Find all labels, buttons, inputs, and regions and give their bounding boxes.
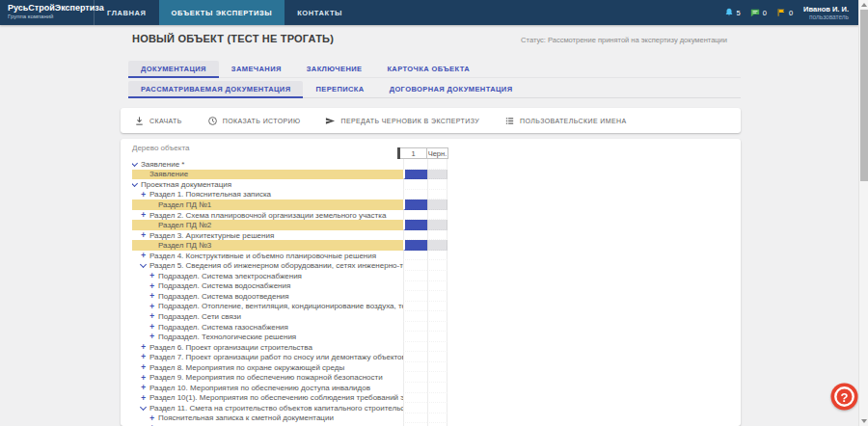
bell-icon (724, 8, 734, 17)
expand-plus-icon[interactable]: + (149, 303, 154, 311)
expand-plus-icon[interactable]: + (141, 394, 146, 403)
tree-row[interactable]: +Раздел 7. Проект организации работ по с… (132, 352, 448, 362)
chat-badge[interactable]: 0 (750, 8, 767, 17)
tree-row-label: Раздел ПД №1 (158, 200, 211, 209)
primary-tabs: ДОКУМЕНТАЦИЯЗАМЕЧАНИЯЗАКЛЮЧЕНИЕКАРТОЧКА … (128, 61, 741, 78)
tree-row-label: Раздел 7. Проект организации работ по сн… (149, 353, 403, 361)
tree-row[interactable]: Заявление * (132, 159, 448, 170)
chevron-down-icon[interactable] (140, 261, 147, 268)
tree-row[interactable]: Раздел 11. Смета на строительство объект… (132, 403, 448, 413)
tab[interactable]: ДОГОВОРНАЯ ДОКУМЕНТАЦИЯ (377, 81, 526, 98)
expand-plus-icon[interactable]: + (141, 353, 146, 361)
tree-cell-draft (427, 190, 448, 200)
main-nav: ГЛАВНАЯОБЪЕКТЫ ЭКСПЕРТИЗЫКОНТАКТЫ (95, 0, 355, 25)
flag-badge[interactable]: 0 (776, 8, 793, 17)
tree-cell-draft (427, 291, 448, 302)
toolbar-button-label: ПОКАЗАТЬ ИСТОРИЮ (223, 118, 301, 124)
tab[interactable]: КАРТОЧКА ОБЪЕКТА (374, 61, 482, 78)
scrollbar-down-icon[interactable] (861, 419, 867, 423)
nav-tab[interactable]: КОНТАКТЫ (285, 0, 355, 25)
tab[interactable]: ЗАМЕЧАНИЯ (219, 61, 294, 78)
expand-plus-icon[interactable]: + (149, 282, 154, 291)
tab[interactable]: ЗАКЛЮЧЕНИЕ (294, 61, 375, 78)
tab[interactable]: ДОКУМЕНТАЦИЯ (128, 61, 219, 78)
scrollbar-up-icon[interactable] (861, 3, 867, 7)
tree-row[interactable]: +Раздел 6. Проект организации строительс… (132, 342, 448, 353)
expand-plus-icon[interactable]: + (141, 374, 146, 383)
nav-tab[interactable]: ГЛАВНАЯ (95, 0, 159, 25)
expand-plus-icon[interactable]: + (149, 323, 154, 332)
tree-cell-version (403, 383, 427, 393)
help-button[interactable]: ? (829, 382, 859, 412)
tree-cell-draft (427, 260, 448, 271)
tree-row[interactable]: Заявление (132, 170, 448, 180)
brand-subtitle: Группа компаний (8, 13, 90, 19)
tree-row-label: Раздел 1. Пояснительная записка (149, 190, 271, 199)
tree-row[interactable]: Проектная документация (132, 179, 448, 190)
expand-plus-icon[interactable]: + (149, 272, 154, 280)
скачать-button[interactable]: СКАЧАТЬ (134, 116, 182, 126)
tree-row-label: Раздел 3. Архитектурные решения (149, 231, 274, 240)
expand-plus-icon[interactable]: + (149, 312, 154, 321)
nav-tab[interactable]: ОБЪЕКТЫ ЭКСПЕРТИЗЫ (159, 0, 285, 25)
tree-row[interactable]: +Подраздел. Система водоснабжения (132, 281, 448, 292)
tree-row[interactable]: +Раздел 3. Архитектурные решения (132, 230, 448, 241)
app-logo[interactable]: РусьСтройЭкспертиза Группа компаний (0, 0, 95, 25)
tree-row[interactable]: +Пояснительная записка к сметной докумен… (132, 413, 448, 424)
bell-badge[interactable]: 5 (724, 8, 741, 17)
tree-row[interactable]: +Подраздел. Система газоснабжения (132, 322, 448, 333)
expand-plus-icon[interactable]: + (141, 252, 146, 260)
tree-cell-draft (427, 403, 448, 413)
user-menu[interactable]: Иванов И. И. пользователь (803, 5, 851, 20)
tree-row[interactable]: Раздел 5. Сведения об инженерном оборудо… (132, 260, 448, 271)
expand-plus-icon[interactable]: + (149, 414, 154, 423)
tree-row[interactable]: +Раздел 2. Схема планировочной организац… (132, 210, 448, 221)
tree-cell-draft (427, 281, 448, 292)
page-scrollbar[interactable] (858, 0, 868, 426)
tree-cell-draft (427, 372, 448, 383)
chevron-down-icon[interactable] (132, 180, 138, 187)
expand-plus-icon[interactable]: + (141, 363, 146, 372)
tree-row[interactable]: +Раздел 9. Мероприятия по обеспечению по… (132, 372, 448, 383)
chevron-down-icon[interactable] (140, 404, 147, 411)
toolbar-button-label: ПЕРЕДАТЬ ЧЕРНОВИК В ЭКСПЕРТИЗУ (340, 118, 479, 124)
tree-row[interactable]: Раздел ПД №1 (132, 200, 448, 210)
expand-plus-icon[interactable]: + (149, 292, 154, 301)
tree-cell-version (403, 251, 427, 261)
tree-row[interactable]: +Подраздел. Система водоотведения (132, 291, 448, 302)
tree-row[interactable]: +Раздел 1. Пояснительная записка (132, 190, 448, 200)
expand-plus-icon[interactable]: + (141, 343, 146, 352)
expand-plus-icon[interactable]: + (141, 384, 146, 392)
tree-row-label: Пояснительная записка к сметной документ… (158, 413, 334, 422)
пользовательские-имена-button[interactable]: ПОЛЬЗОВАТЕЛЬСКИЕ ИМЕНА (504, 116, 626, 126)
tree-row[interactable]: Раздел ПД №2 (132, 220, 448, 230)
tree-row[interactable]: +Подраздел. Система электроснабжения (132, 271, 448, 281)
tree-row[interactable]: Раздел ПД №3 (132, 240, 448, 251)
tree-row[interactable]: +Раздел 10. Мероприятия по обеспечению д… (132, 383, 448, 393)
chevron-down-icon[interactable] (132, 160, 138, 167)
показать-историю-button[interactable]: ПОКАЗАТЬ ИСТОРИЮ (207, 116, 301, 126)
tree-cell-version (403, 281, 427, 292)
expand-plus-icon[interactable]: + (149, 333, 154, 341)
tree-cell-version (403, 332, 427, 342)
tree-row[interactable]: +Подраздел. Отопление, вентиляция, конди… (132, 302, 448, 312)
tree-row[interactable]: +Подраздел. Сети связи (132, 311, 448, 322)
tree-row[interactable]: +Раздел 8. Мероприятия по охране окружаю… (132, 362, 448, 373)
expand-plus-icon[interactable]: + (141, 191, 146, 200)
secondary-tabs: РАССМАТРИВАЕМАЯ ДОКУМЕНТАЦИЯПЕРЕПИСКАДОГ… (128, 81, 741, 98)
tree-row[interactable]: +Раздел 10(1). Мероприятия по обеспечени… (132, 393, 448, 404)
tree-row-label: Подраздел. Система газоснабжения (158, 323, 288, 332)
tree-row[interactable]: +Раздел 4. Конструктивные и объемно план… (132, 251, 448, 261)
tab[interactable]: РАССМАТРИВАЕМАЯ ДОКУМЕНТАЦИЯ (128, 81, 303, 98)
tree-cell-version (403, 240, 427, 251)
scrollbar-thumb[interactable] (860, 10, 868, 181)
tree-cell-version (403, 322, 427, 333)
expand-plus-icon[interactable]: + (141, 231, 146, 240)
tree-row-label: Раздел ПД №3 (158, 241, 211, 250)
передать-черновик-в-экспертизу-button[interactable]: ПЕРЕДАТЬ ЧЕРНОВИК В ЭКСПЕРТИЗУ (325, 116, 479, 126)
tree-cell-draft (427, 383, 448, 393)
tab[interactable]: ПЕРЕПИСКА (303, 81, 376, 98)
expand-plus-icon[interactable]: + (141, 211, 146, 220)
tree-row[interactable]: +Подраздел. Технологические решения (132, 332, 448, 342)
tree-cell-draft (427, 220, 448, 230)
